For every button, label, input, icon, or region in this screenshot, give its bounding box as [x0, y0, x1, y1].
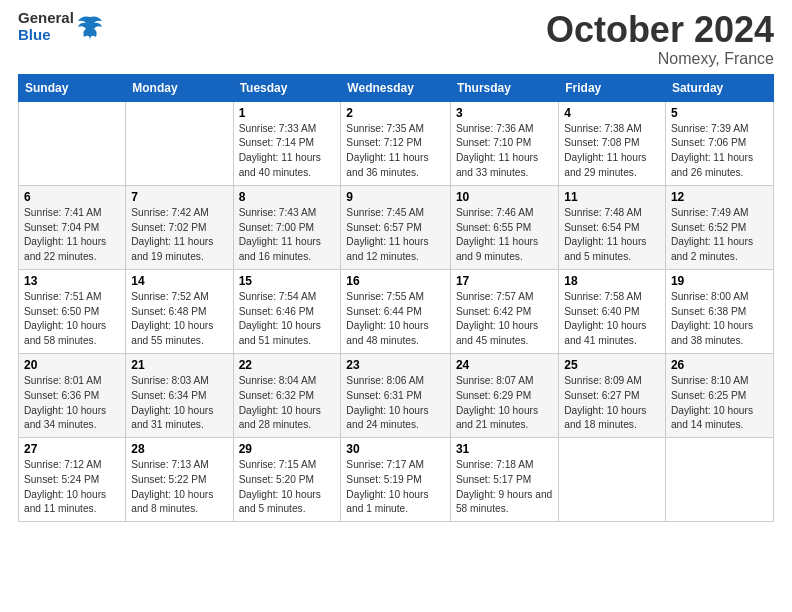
day-number: 7: [131, 190, 227, 204]
day-number: 25: [564, 358, 660, 372]
calendar-cell: 15 Sunrise: 7:54 AMSunset: 6:46 PMDaylig…: [233, 269, 341, 353]
calendar-cell: 19 Sunrise: 8:00 AMSunset: 6:38 PMDaylig…: [665, 269, 773, 353]
title-block: October 2024 Nomexy, France: [546, 10, 774, 68]
calendar-cell: [559, 438, 666, 522]
calendar-cell: 11 Sunrise: 7:48 AMSunset: 6:54 PMDaylig…: [559, 185, 666, 269]
week-row: 13 Sunrise: 7:51 AMSunset: 6:50 PMDaylig…: [19, 269, 774, 353]
day-number: 15: [239, 274, 336, 288]
day-info: Sunrise: 7:17 AMSunset: 5:19 PMDaylight:…: [346, 458, 445, 517]
calendar-cell: [19, 101, 126, 185]
day-number: 3: [456, 106, 553, 120]
day-info: Sunrise: 7:39 AMSunset: 7:06 PMDaylight:…: [671, 122, 768, 181]
day-info: Sunrise: 7:33 AMSunset: 7:14 PMDaylight:…: [239, 122, 336, 181]
col-monday: Monday: [126, 74, 233, 101]
day-number: 21: [131, 358, 227, 372]
day-info: Sunrise: 7:54 AMSunset: 6:46 PMDaylight:…: [239, 290, 336, 349]
day-number: 23: [346, 358, 445, 372]
day-number: 14: [131, 274, 227, 288]
day-number: 16: [346, 274, 445, 288]
calendar-cell: 7 Sunrise: 7:42 AMSunset: 7:02 PMDayligh…: [126, 185, 233, 269]
calendar-cell: 23 Sunrise: 8:06 AMSunset: 6:31 PMDaylig…: [341, 353, 451, 437]
page: General Blue October 2024 Nomexy, France…: [0, 0, 792, 612]
day-number: 29: [239, 442, 336, 456]
day-info: Sunrise: 7:41 AMSunset: 7:04 PMDaylight:…: [24, 206, 120, 265]
calendar-cell: 4 Sunrise: 7:38 AMSunset: 7:08 PMDayligh…: [559, 101, 666, 185]
calendar-cell: 12 Sunrise: 7:49 AMSunset: 6:52 PMDaylig…: [665, 185, 773, 269]
week-row: 20 Sunrise: 8:01 AMSunset: 6:36 PMDaylig…: [19, 353, 774, 437]
day-number: 12: [671, 190, 768, 204]
calendar-cell: 31 Sunrise: 7:18 AMSunset: 5:17 PMDaylig…: [450, 438, 558, 522]
day-info: Sunrise: 7:35 AMSunset: 7:12 PMDaylight:…: [346, 122, 445, 181]
day-number: 19: [671, 274, 768, 288]
day-number: 28: [131, 442, 227, 456]
week-row: 1 Sunrise: 7:33 AMSunset: 7:14 PMDayligh…: [19, 101, 774, 185]
location: Nomexy, France: [546, 50, 774, 68]
day-info: Sunrise: 8:04 AMSunset: 6:32 PMDaylight:…: [239, 374, 336, 433]
calendar-cell: [126, 101, 233, 185]
day-info: Sunrise: 8:06 AMSunset: 6:31 PMDaylight:…: [346, 374, 445, 433]
day-number: 17: [456, 274, 553, 288]
day-info: Sunrise: 7:48 AMSunset: 6:54 PMDaylight:…: [564, 206, 660, 265]
day-number: 2: [346, 106, 445, 120]
day-info: Sunrise: 8:03 AMSunset: 6:34 PMDaylight:…: [131, 374, 227, 433]
logo-blue: Blue: [18, 27, 74, 44]
calendar-cell: 16 Sunrise: 7:55 AMSunset: 6:44 PMDaylig…: [341, 269, 451, 353]
calendar-cell: 13 Sunrise: 7:51 AMSunset: 6:50 PMDaylig…: [19, 269, 126, 353]
day-number: 13: [24, 274, 120, 288]
day-number: 9: [346, 190, 445, 204]
day-info: Sunrise: 8:00 AMSunset: 6:38 PMDaylight:…: [671, 290, 768, 349]
day-info: Sunrise: 7:36 AMSunset: 7:10 PMDaylight:…: [456, 122, 553, 181]
col-sunday: Sunday: [19, 74, 126, 101]
calendar-cell: 29 Sunrise: 7:15 AMSunset: 5:20 PMDaylig…: [233, 438, 341, 522]
col-thursday: Thursday: [450, 74, 558, 101]
calendar-cell: 26 Sunrise: 8:10 AMSunset: 6:25 PMDaylig…: [665, 353, 773, 437]
day-number: 24: [456, 358, 553, 372]
day-number: 18: [564, 274, 660, 288]
header-row: Sunday Monday Tuesday Wednesday Thursday…: [19, 74, 774, 101]
day-info: Sunrise: 7:46 AMSunset: 6:55 PMDaylight:…: [456, 206, 553, 265]
day-info: Sunrise: 7:57 AMSunset: 6:42 PMDaylight:…: [456, 290, 553, 349]
calendar-cell: 5 Sunrise: 7:39 AMSunset: 7:06 PMDayligh…: [665, 101, 773, 185]
day-info: Sunrise: 7:12 AMSunset: 5:24 PMDaylight:…: [24, 458, 120, 517]
day-info: Sunrise: 7:13 AMSunset: 5:22 PMDaylight:…: [131, 458, 227, 517]
day-number: 31: [456, 442, 553, 456]
day-number: 22: [239, 358, 336, 372]
logo-general: General: [18, 10, 74, 27]
day-info: Sunrise: 8:07 AMSunset: 6:29 PMDaylight:…: [456, 374, 553, 433]
header: General Blue October 2024 Nomexy, France: [18, 10, 774, 68]
day-info: Sunrise: 7:49 AMSunset: 6:52 PMDaylight:…: [671, 206, 768, 265]
calendar-cell: 8 Sunrise: 7:43 AMSunset: 7:00 PMDayligh…: [233, 185, 341, 269]
calendar-cell: 30 Sunrise: 7:17 AMSunset: 5:19 PMDaylig…: [341, 438, 451, 522]
calendar-cell: 1 Sunrise: 7:33 AMSunset: 7:14 PMDayligh…: [233, 101, 341, 185]
day-number: 1: [239, 106, 336, 120]
calendar-cell: 3 Sunrise: 7:36 AMSunset: 7:10 PMDayligh…: [450, 101, 558, 185]
calendar-cell: 24 Sunrise: 8:07 AMSunset: 6:29 PMDaylig…: [450, 353, 558, 437]
calendar-cell: 25 Sunrise: 8:09 AMSunset: 6:27 PMDaylig…: [559, 353, 666, 437]
day-info: Sunrise: 7:42 AMSunset: 7:02 PMDaylight:…: [131, 206, 227, 265]
day-info: Sunrise: 7:43 AMSunset: 7:00 PMDaylight:…: [239, 206, 336, 265]
calendar-cell: 2 Sunrise: 7:35 AMSunset: 7:12 PMDayligh…: [341, 101, 451, 185]
day-number: 27: [24, 442, 120, 456]
calendar-cell: 22 Sunrise: 8:04 AMSunset: 6:32 PMDaylig…: [233, 353, 341, 437]
day-info: Sunrise: 7:51 AMSunset: 6:50 PMDaylight:…: [24, 290, 120, 349]
calendar-cell: 28 Sunrise: 7:13 AMSunset: 5:22 PMDaylig…: [126, 438, 233, 522]
day-info: Sunrise: 8:10 AMSunset: 6:25 PMDaylight:…: [671, 374, 768, 433]
calendar-cell: 10 Sunrise: 7:46 AMSunset: 6:55 PMDaylig…: [450, 185, 558, 269]
calendar-cell: 6 Sunrise: 7:41 AMSunset: 7:04 PMDayligh…: [19, 185, 126, 269]
calendar-cell: 20 Sunrise: 8:01 AMSunset: 6:36 PMDaylig…: [19, 353, 126, 437]
day-number: 4: [564, 106, 660, 120]
calendar-cell: 27 Sunrise: 7:12 AMSunset: 5:24 PMDaylig…: [19, 438, 126, 522]
day-info: Sunrise: 7:38 AMSunset: 7:08 PMDaylight:…: [564, 122, 660, 181]
day-info: Sunrise: 8:09 AMSunset: 6:27 PMDaylight:…: [564, 374, 660, 433]
logo-icon: [76, 13, 104, 41]
day-number: 20: [24, 358, 120, 372]
calendar-cell: 18 Sunrise: 7:58 AMSunset: 6:40 PMDaylig…: [559, 269, 666, 353]
day-number: 8: [239, 190, 336, 204]
day-info: Sunrise: 7:45 AMSunset: 6:57 PMDaylight:…: [346, 206, 445, 265]
day-number: 10: [456, 190, 553, 204]
calendar-cell: 21 Sunrise: 8:03 AMSunset: 6:34 PMDaylig…: [126, 353, 233, 437]
col-saturday: Saturday: [665, 74, 773, 101]
day-number: 26: [671, 358, 768, 372]
calendar-cell: 9 Sunrise: 7:45 AMSunset: 6:57 PMDayligh…: [341, 185, 451, 269]
calendar-cell: 17 Sunrise: 7:57 AMSunset: 6:42 PMDaylig…: [450, 269, 558, 353]
